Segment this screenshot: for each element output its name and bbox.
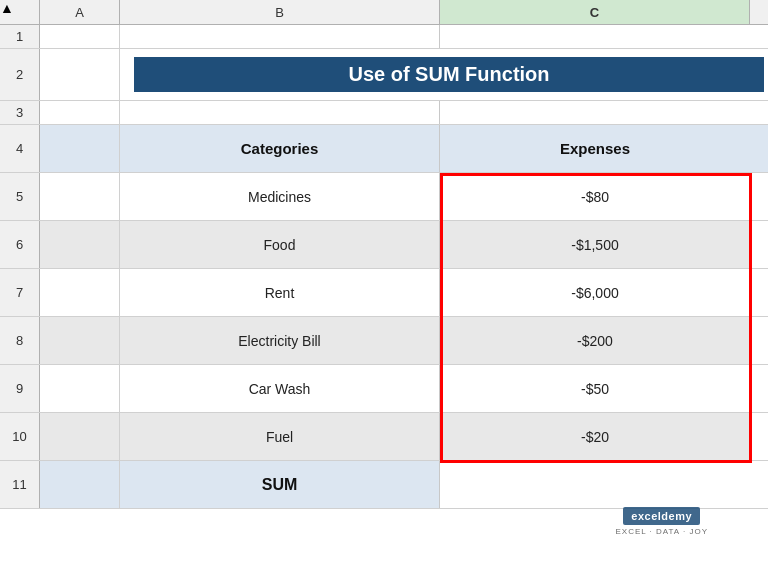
row-num-10: 10 (0, 413, 40, 460)
row-10: 10 Fuel -$20 (0, 413, 768, 461)
cell-5b[interactable]: Medicines (120, 173, 440, 220)
cell-6a[interactable] (40, 221, 120, 268)
cell-8a[interactable] (40, 317, 120, 364)
column-headers: ▲ A B C (0, 0, 768, 25)
cell-3b[interactable] (120, 101, 440, 124)
cell-4c-expenses[interactable]: Expenses (440, 125, 750, 172)
cell-7a[interactable] (40, 269, 120, 316)
row-num-3: 3 (0, 101, 40, 124)
cell-4a[interactable] (40, 125, 120, 172)
cell-10c[interactable]: -$20 (440, 413, 750, 460)
cell-1c[interactable] (440, 25, 750, 48)
cell-3c[interactable] (440, 101, 750, 124)
cell-7c[interactable]: -$6,000 (440, 269, 750, 316)
watermark-sub: EXCEL · DATA · JOY (615, 527, 708, 536)
row-1: 1 (0, 25, 768, 49)
col-header-b[interactable]: B (120, 0, 440, 24)
cell-11b-sum[interactable]: SUM (120, 461, 440, 508)
cell-5c[interactable]: -$80 (440, 173, 750, 220)
cell-1a[interactable] (40, 25, 120, 48)
row-4-header: 4 Categories Expenses (0, 125, 768, 173)
row-num-5: 5 (0, 173, 40, 220)
cell-11c-sum[interactable] (440, 461, 750, 508)
corner-cell: ▲ (0, 0, 40, 24)
cell-9c[interactable]: -$50 (440, 365, 750, 412)
cell-9b[interactable]: Car Wash (120, 365, 440, 412)
row-9: 9 Car Wash -$50 (0, 365, 768, 413)
row-num-7: 7 (0, 269, 40, 316)
cell-7b[interactable]: Rent (120, 269, 440, 316)
row-num-1: 1 (0, 25, 40, 48)
row-num-11: 11 (0, 461, 40, 508)
row-6: 6 Food -$1,500 (0, 221, 768, 269)
cell-6b[interactable]: Food (120, 221, 440, 268)
spreadsheet: ▲ A B C 1 2 Use of SUM Function 3 (0, 0, 768, 576)
cell-10b[interactable]: Fuel (120, 413, 440, 460)
col-header-a[interactable]: A (40, 0, 120, 24)
row-num-2: 2 (0, 49, 40, 100)
watermark: exceldemy EXCEL · DATA · JOY (615, 507, 708, 536)
rows-area: 1 2 Use of SUM Function 3 4 Categories E… (0, 25, 768, 576)
row-num-9: 9 (0, 365, 40, 412)
cell-10a[interactable] (40, 413, 120, 460)
spreadsheet-title: Use of SUM Function (134, 57, 764, 92)
row-2: 2 Use of SUM Function (0, 49, 768, 101)
cell-4b-categories[interactable]: Categories (120, 125, 440, 172)
row-num-6: 6 (0, 221, 40, 268)
cell-6c[interactable]: -$1,500 (440, 221, 750, 268)
cell-1b[interactable] (120, 25, 440, 48)
row-8: 8 Electricity Bill -$200 (0, 317, 768, 365)
cell-2a[interactable] (40, 49, 120, 100)
row-11-sum: 11 SUM (0, 461, 768, 509)
cell-8c[interactable]: -$200 (440, 317, 750, 364)
row-5: 5 Medicines -$80 (0, 173, 768, 221)
cell-11a[interactable] (40, 461, 120, 508)
row-num-4: 4 (0, 125, 40, 172)
cell-5a[interactable] (40, 173, 120, 220)
col-header-c[interactable]: C (440, 0, 750, 24)
cell-3a[interactable] (40, 101, 120, 124)
cell-9a[interactable] (40, 365, 120, 412)
watermark-logo: exceldemy (623, 507, 700, 525)
row-7: 7 Rent -$6,000 (0, 269, 768, 317)
row-num-8: 8 (0, 317, 40, 364)
row-3: 3 (0, 101, 768, 125)
cell-8b[interactable]: Electricity Bill (120, 317, 440, 364)
